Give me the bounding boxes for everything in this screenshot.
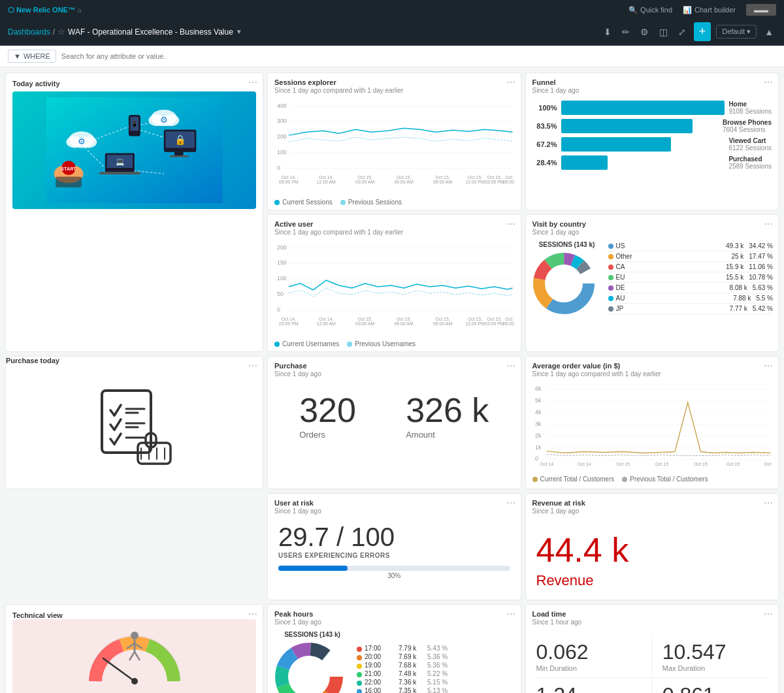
load-time-menu[interactable]: ⋯ (764, 609, 773, 619)
top-bar: ⬡ New Relic ONE™ ⌂ 🔍 Quick find 📊 Chart … (0, 0, 784, 20)
svg-text:Oct 15,: Oct 15, (397, 317, 411, 321)
svg-text:150: 150 (277, 259, 287, 266)
user-risk-subtitle: Since 1 day ago (274, 508, 514, 515)
favorite-icon[interactable]: ☆ (57, 27, 65, 37)
peak-row-1900: 19:00 7.68 k 5.36 % (357, 661, 448, 669)
amount-value: 326 k (406, 393, 489, 427)
user-risk-menu[interactable]: ⋯ (506, 498, 515, 508)
sessions-legend-current: Current Sessions (274, 199, 333, 206)
svg-text:Oct 14: Oct 14 (540, 462, 553, 466)
svg-text:12:00 AM: 12:00 AM (317, 321, 336, 326)
edit-button[interactable]: ✏ (619, 24, 632, 40)
user-avatar[interactable]: ▬▬ (746, 4, 776, 16)
avg-order-title: Average order value (in $) (532, 362, 772, 370)
load-metrics: 0.062 Min Duration 10.547 Max Duration 1… (526, 628, 779, 693)
sessions-current-dot (274, 200, 280, 205)
load-avg-duration: 1.24 Avg Duration (536, 678, 652, 693)
expand-button[interactable]: ⤢ (676, 24, 689, 40)
active-previous-dot (347, 342, 352, 347)
today-activity-title: Today activity (12, 80, 256, 88)
quickfind-button[interactable]: 🔍 Quick find (629, 6, 672, 14)
svg-rect-16 (174, 152, 184, 155)
revenue-risk-title: Revenue at risk (532, 499, 772, 507)
purchase-header: Purchase Since 1 day ago (268, 357, 521, 380)
sessions-title: Sessions explorer (274, 78, 514, 86)
svg-text:Oct 14,: Oct 14, (319, 175, 333, 180)
active-user-menu[interactable]: ⋯ (506, 219, 515, 229)
svg-text:Oct 15,: Oct 15, (505, 175, 514, 180)
purchase-today-menu[interactable]: ⋯ (248, 361, 257, 371)
svg-text:Oct 15,: Oct 15, (487, 317, 502, 321)
country-row-de: DE 8.08 k 5.63 % (608, 283, 774, 293)
sessions-legend-previous: Previous Sessions (340, 199, 402, 206)
dropdown-icon[interactable]: ▼ (236, 28, 242, 35)
purchase-menu[interactable]: ⋯ (506, 361, 515, 371)
svg-text:Oct 15,: Oct 15, (397, 175, 411, 180)
risk-bar-bg (278, 566, 510, 571)
tech-gauge-illustration (82, 622, 187, 693)
purchase-panel: Purchase Since 1 day ago ⋯ 320 Orders 32… (267, 356, 521, 489)
funnel-menu[interactable]: ⋯ (764, 77, 773, 88)
sessions-previous-dot (340, 200, 346, 205)
filter-icon: ▼ (14, 52, 21, 60)
avg-order-subtitle: Since 1 day ago compared with 1 day earl… (532, 370, 772, 378)
orders-metric: 320 Orders (299, 393, 356, 440)
funnel-panel: Funnel Since 1 day ago ⋯ 100% Home 9108 … (525, 73, 779, 210)
peak-hours-menu[interactable]: ⋯ (506, 609, 515, 619)
peak-row-1700: 17:00 7.79 k 5.43 % (357, 644, 448, 653)
svg-text:1k: 1k (534, 444, 541, 451)
svg-text:Oct 15: Oct 15 (655, 462, 668, 466)
visit-country-subtitle: Since 1 day ago (532, 229, 772, 236)
tech-view-menu[interactable]: ⋯ (248, 609, 257, 619)
search-icon: 🔍 (629, 6, 638, 14)
svg-line-96 (114, 419, 121, 430)
filter-input[interactable] (61, 52, 776, 60)
filter-button[interactable]: ▼ WHERE (8, 50, 56, 63)
svg-text:12:00 PM: 12:00 PM (465, 180, 485, 184)
purchase-title: Purchase (274, 362, 514, 370)
collapse-button[interactable]: ▲ (762, 24, 776, 40)
country-row-eu: EU 15.5 k 10.78 % (608, 272, 774, 283)
dashboards-link[interactable]: Dashboards (8, 27, 50, 37)
visit-country-menu[interactable]: ⋯ (764, 219, 773, 229)
purchase-today-icon (92, 384, 177, 469)
load-min-duration: 0.062 Min Duration (536, 635, 652, 678)
sessions-explorer-panel: Sessions explorer Since 1 day ago compar… (267, 73, 521, 210)
tv-mode-button[interactable]: ◫ (657, 24, 670, 40)
chartbuilder-button[interactable]: 📊 Chart builder (683, 6, 736, 14)
svg-text:Oct 15,: Oct 15, (435, 175, 449, 180)
nr-home-icon: ⌂ (78, 7, 82, 14)
settings-button[interactable]: ⚙ (638, 24, 651, 40)
funnel-row-browse: 83.5% Browse Phones 7604 Sessions (532, 119, 772, 133)
orders-label: Orders (299, 430, 356, 440)
svg-text:300: 300 (277, 118, 287, 124)
risk-pct: 30% (278, 572, 510, 579)
svg-text:Oct 15,: Oct 15, (468, 175, 482, 180)
peak-row-2100: 21:00 7.48 k 5.22 % (357, 669, 448, 678)
svg-line-135 (129, 652, 135, 660)
today-activity-menu[interactable]: ⋯ (248, 77, 257, 88)
user-risk-title: User at risk (274, 499, 514, 507)
revenue-risk-menu[interactable]: ⋯ (764, 498, 773, 508)
top-bar-left: ⬡ New Relic ONE™ ⌂ (8, 6, 82, 14)
sessions-menu[interactable]: ⋯ (506, 77, 515, 88)
tech-view-panel: Technical view ⋯ (5, 604, 263, 693)
risk-label: USERS EXPERIENCING ERRORS (278, 552, 510, 559)
svg-text:Oct 15: Oct 15 (616, 462, 630, 466)
svg-text:09:00 PM: 09:00 PM (279, 180, 299, 184)
peak-row-1600: 16:00 7.35 k 5.13 % (357, 686, 448, 693)
active-user-chart: 200 150 100 50 0 Oct 14, 03:00 PM Oct 14… (268, 238, 521, 338)
add-widget-button[interactable]: + (694, 22, 711, 41)
export-button[interactable]: ⬇ (601, 24, 614, 40)
load-max-label: Max Duration (662, 664, 768, 672)
nr-logo: ⬡ New Relic ONE™ ⌂ (8, 6, 82, 14)
country-row-us: US 49.3 k 34.42 % (608, 241, 774, 251)
svg-text:03:00 AM: 03:00 AM (355, 180, 374, 184)
breadcrumb-bar: Dashboards / ☆ WAF - Operational Excelle… (0, 20, 784, 46)
tech-view-title: Technical view (12, 611, 256, 619)
default-dropdown[interactable]: Default ▾ (716, 25, 757, 39)
visit-country-panel: Visit by country Since 1 day ago ⋯ SESSI… (525, 214, 779, 352)
funnel-row-purchased: 28.4% Purchased 2589 Sessions (532, 155, 772, 170)
revenue-label: Revenue (526, 572, 779, 600)
avg-order-menu[interactable]: ⋯ (764, 361, 773, 371)
